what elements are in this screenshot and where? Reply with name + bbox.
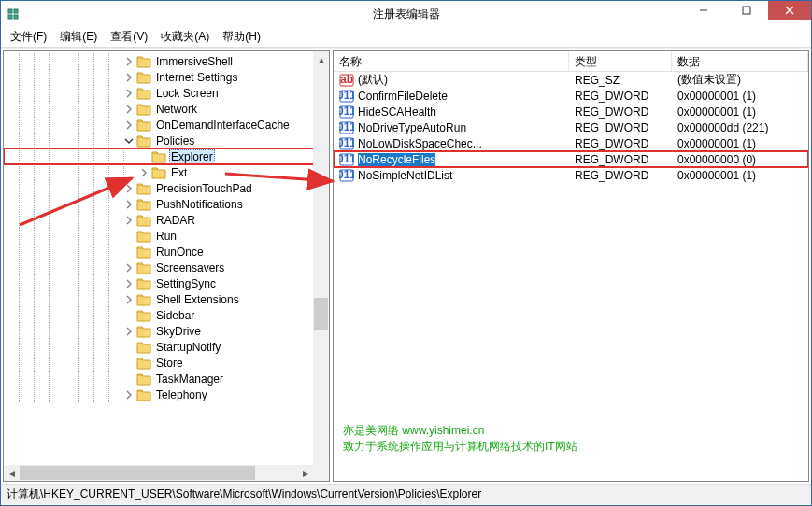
svg-text:011: 011 xyxy=(339,105,354,118)
tree-item-label: Lock Screen xyxy=(154,87,221,100)
tree-scrollbar-horizontal[interactable]: ◂ ▸ xyxy=(4,465,313,481)
close-button[interactable] xyxy=(768,1,811,20)
statusbar: 计算机\HKEY_CURRENT_USER\Software\Microsoft… xyxy=(1,484,811,504)
tree-item[interactable]: Internet Settings xyxy=(4,69,329,85)
tree-item-label: ImmersiveShell xyxy=(154,55,235,68)
menu-file[interactable]: 文件(F) xyxy=(5,27,52,47)
svg-text:011: 011 xyxy=(339,168,354,181)
tree-item[interactable]: Screensavers xyxy=(4,260,329,275)
tree-item[interactable]: Explorer xyxy=(4,148,329,164)
expander-icon[interactable] xyxy=(123,104,135,115)
tree-item[interactable]: ImmersiveShell xyxy=(4,53,329,69)
tree-item-label: Telephony xyxy=(154,388,209,401)
tree-item[interactable]: Run xyxy=(4,228,329,244)
statusbar-path: 计算机\HKEY_CURRENT_USER\Software\Microsoft… xyxy=(7,486,481,502)
column-header-data[interactable]: 数据 xyxy=(672,51,808,71)
tree-item[interactable]: Store xyxy=(4,355,329,371)
tree-item[interactable]: SettingSync xyxy=(4,275,329,291)
tree-item-label: Shell Extensions xyxy=(154,293,241,306)
expander-icon[interactable] xyxy=(123,278,135,289)
list-pane[interactable]: 名称 类型 数据 ab(默认)REG_SZ(数值未设置)011ConfirmFi… xyxy=(333,50,809,482)
tree-item[interactable]: Policies xyxy=(4,133,329,148)
tree-item-label: Screensavers xyxy=(154,261,226,274)
folder-icon xyxy=(136,246,151,259)
expander-icon[interactable] xyxy=(138,151,150,162)
tree-item[interactable]: OnDemandInterfaceCache xyxy=(4,117,329,133)
expander-icon[interactable] xyxy=(123,326,135,337)
tree-item[interactable]: PrecisionTouchPad xyxy=(4,180,329,196)
menu-edit[interactable]: 编辑(E) xyxy=(54,27,103,47)
tree-item[interactable]: RADAR xyxy=(4,212,329,228)
list-row[interactable]: ab(默认)REG_SZ(数值未设置) xyxy=(334,72,808,88)
expander-icon[interactable] xyxy=(123,310,135,321)
folder-icon xyxy=(136,198,151,211)
value-data: 0x00000001 (1) xyxy=(672,169,808,182)
expander-icon[interactable] xyxy=(123,389,135,401)
expander-icon[interactable] xyxy=(123,373,135,385)
expander-icon[interactable] xyxy=(123,88,135,99)
list-row[interactable]: 011ConfirmFileDeleteREG_DWORD0x00000001 … xyxy=(334,88,808,104)
tree-pane[interactable]: ImmersiveShellInternet SettingsLock Scre… xyxy=(3,50,330,482)
list-row[interactable]: 011NoLowDiskSpaceChec...REG_DWORD0x00000… xyxy=(334,135,808,151)
folder-icon xyxy=(136,119,151,132)
minimize-button[interactable] xyxy=(682,1,725,20)
column-header-name[interactable]: 名称 xyxy=(334,51,569,71)
tree-item-label: PrecisionTouchPad xyxy=(154,182,254,195)
value-type: REG_DWORD xyxy=(569,121,672,134)
menubar: 文件(F) 编辑(E) 查看(V) 收藏夹(A) 帮助(H) xyxy=(1,27,811,48)
scroll-corner xyxy=(313,465,329,481)
expander-icon[interactable] xyxy=(123,215,135,226)
tree-item-label: Explorer xyxy=(169,149,215,164)
expander-icon[interactable] xyxy=(123,56,135,67)
scroll-up-icon[interactable]: ▴ xyxy=(313,51,329,67)
tree-item-label: Sidebar xyxy=(154,309,196,322)
tree-item-label: RunOnce xyxy=(154,246,206,259)
expander-icon[interactable] xyxy=(123,262,135,274)
expander-icon[interactable] xyxy=(123,246,135,258)
svg-rect-3 xyxy=(14,15,18,19)
value-type: REG_DWORD xyxy=(569,105,672,119)
value-icon: 011 xyxy=(339,168,354,183)
column-header-type[interactable]: 类型 xyxy=(569,51,672,71)
list-row[interactable]: 011HideSCAHealthREG_DWORD0x00000001 (1) xyxy=(334,104,808,119)
expander-icon[interactable] xyxy=(138,167,150,178)
menu-view[interactable]: 查看(V) xyxy=(105,27,153,47)
value-icon: 011 xyxy=(339,105,354,119)
tree-item[interactable]: PushNotifications xyxy=(4,196,329,212)
tree-item[interactable]: Lock Screen xyxy=(4,85,329,101)
expander-icon[interactable] xyxy=(123,135,135,147)
tree-item-label: Policies xyxy=(154,134,196,148)
tree-item[interactable]: Ext xyxy=(4,164,329,180)
tree-item[interactable]: RunOnce xyxy=(4,244,329,260)
watermark: 亦是美网络 www.yishimei.cn 致力于系统操作应用与计算机网络技术的… xyxy=(343,423,577,455)
tree-item[interactable]: StartupNotify xyxy=(4,339,329,355)
expander-icon[interactable] xyxy=(123,342,135,353)
value-name: NoDriveTypeAutoRun xyxy=(358,121,466,134)
menu-help[interactable]: 帮助(H) xyxy=(217,27,266,47)
value-icon: ab xyxy=(339,73,354,88)
tree-item[interactable]: Telephony xyxy=(4,387,329,402)
expander-icon[interactable] xyxy=(123,183,135,194)
expander-icon[interactable] xyxy=(123,358,135,369)
folder-icon xyxy=(136,388,151,401)
scroll-right-icon[interactable]: ▸ xyxy=(297,465,313,481)
tree-scrollbar-vertical[interactable]: ▴ ▾ xyxy=(313,51,329,481)
tree-item[interactable]: SkyDrive xyxy=(4,323,329,339)
tree-item[interactable]: Sidebar xyxy=(4,307,329,323)
expander-icon[interactable] xyxy=(123,119,135,131)
list-row[interactable]: 011NoSimpleNetIDListREG_DWORD0x00000001 … xyxy=(334,167,808,183)
expander-icon[interactable] xyxy=(123,231,135,242)
expander-icon[interactable] xyxy=(123,72,135,83)
expander-icon[interactable] xyxy=(123,294,135,305)
value-name: (默认) xyxy=(358,72,388,88)
tree-item-label: Run xyxy=(154,230,178,243)
maximize-button[interactable] xyxy=(725,1,768,20)
tree-item[interactable]: TaskManager xyxy=(4,371,329,387)
tree-item[interactable]: Network xyxy=(4,101,329,117)
list-row[interactable]: 011NoRecycleFilesREG_DWORD0x00000000 (0) xyxy=(334,151,808,167)
tree-item[interactable]: Shell Extensions xyxy=(4,291,329,307)
expander-icon[interactable] xyxy=(123,199,135,210)
list-row[interactable]: 011NoDriveTypeAutoRunREG_DWORD0x000000dd… xyxy=(334,119,808,135)
menu-favorites[interactable]: 收藏夹(A) xyxy=(155,27,215,47)
scroll-left-icon[interactable]: ◂ xyxy=(4,465,20,481)
